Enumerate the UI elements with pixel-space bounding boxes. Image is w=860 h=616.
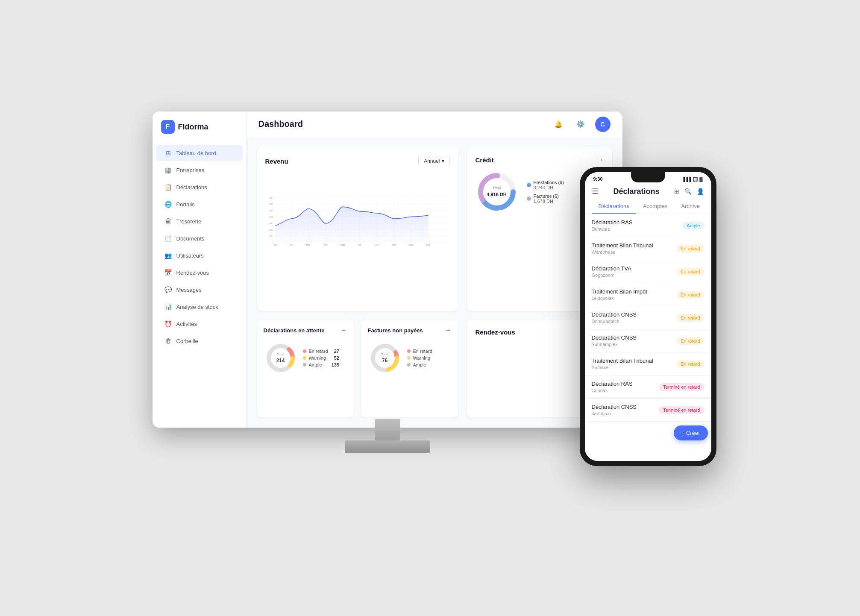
svg-text:600: 600 [269, 202, 273, 205]
item-title: Traitement Bilan Impôt [592, 288, 647, 295]
corbeille-icon: 🗑 [164, 337, 172, 345]
item-title: Déclaration RAS [592, 219, 633, 226]
battery-icon: ▓ [699, 177, 702, 182]
status-badge: Ample [682, 222, 704, 229]
list-item[interactable]: Traitement Bilan Tribunal Sumace En reta… [585, 352, 711, 375]
phone-tab-archive[interactable]: Archive [675, 199, 707, 214]
list-item[interactable]: Déclaration CNSS dambaco Terminé en reta… [585, 399, 711, 422]
sidebar: F Fidorma ⊞ Tableau de bord 🏢 Entreprise… [153, 111, 247, 428]
phone-search-icon[interactable]: 🔍 [684, 188, 692, 195]
list-item[interactable]: Déclaration TVA Gogozoom En retard [585, 260, 711, 283]
declarations-stat-arrow[interactable]: → [340, 326, 347, 334]
phone-profile-icon[interactable]: 👤 [697, 188, 704, 195]
page-title: Dashboard [258, 119, 551, 129]
phone-filter-icon[interactable]: ⊞ [674, 188, 679, 195]
credit-legend: Prestations (9) 3,240 DH Factures (6) [527, 180, 564, 204]
topbar: Dashboard 🔔 ⚙️ C [247, 111, 622, 137]
revenue-title: Revenu [265, 158, 288, 165]
credit-donut-label: Total 4,918 DH [487, 186, 506, 198]
tresorerie-icon: 🏛 [164, 217, 172, 225]
settings-button[interactable]: ⚙️ [573, 117, 588, 132]
status-badge: En retard [676, 337, 704, 345]
signal-icon: ▐▐▐ [682, 177, 691, 182]
factures-legend: En retard Warning Ample [407, 349, 432, 367]
sidebar-label-messages: Messages [176, 287, 202, 293]
svg-text:Sep: Sep [408, 243, 414, 246]
create-fab-button[interactable]: + Créer [674, 425, 708, 440]
item-info: Traitement Bilan Tribunal Warephase [592, 242, 653, 255]
svg-text:Jui: Jui [358, 243, 361, 246]
monitor-stand [345, 419, 430, 453]
enretard-value: 27 [331, 349, 339, 354]
declarations-stat-content: Total 214 En retard 27 [264, 341, 347, 375]
sidebar-label-tableau-de-bord: Tableau de bord [176, 150, 216, 156]
logo-text: Fidorma [178, 123, 208, 132]
factures-legend-enretard: En retard [407, 349, 432, 354]
sidebar-label-activites: Activités [176, 321, 197, 327]
list-item[interactable]: Traitement Bilan Tribunal Warephase En r… [585, 237, 711, 260]
sidebar-item-analyse-de-stock[interactable]: 📊 Analyse de stock [156, 299, 243, 315]
phone-list: Déclaration RAS Donware Ample Traitement… [585, 214, 711, 461]
sidebar-item-rendez-vous[interactable]: 📅 Rendez-vous [156, 264, 243, 281]
list-item[interactable]: Déclaration CNSS Donquadtech En retard [585, 306, 711, 329]
user-avatar[interactable]: C [595, 117, 611, 132]
sidebar-item-corbeille[interactable]: 🗑 Corbeille [156, 333, 243, 349]
chart-area: 700 600 500 400 300 200 100 0 [265, 173, 450, 267]
app: F Fidorma ⊞ Tableau de bord 🏢 Entreprise… [153, 111, 622, 428]
item-sub: Sunnamplex [592, 342, 637, 347]
factures-stat-arrow[interactable]: → [445, 326, 452, 334]
sidebar-label-portails: Portails [176, 201, 195, 208]
notifications-button[interactable]: 🔔 [551, 117, 566, 132]
status-badge: Terminé en retard [659, 383, 704, 391]
sidebar-label-documents: Documents [176, 235, 205, 242]
list-item[interactable]: Déclaration CNSS Sunnamplex En retard [585, 329, 711, 352]
sidebar-label-corbeille: Corbeille [176, 338, 198, 344]
portails-icon: 🌐 [164, 200, 172, 208]
monitor-screen: F Fidorma ⊞ Tableau de bord 🏢 Entreprise… [153, 111, 622, 428]
factures-warning-label: Warning [413, 355, 431, 361]
fab-label: + Créer [681, 430, 700, 436]
declarations-stat-title: Déclarations en attente [264, 327, 325, 334]
phone-tab-acomptes[interactable]: Acomptes [636, 199, 675, 214]
list-item[interactable]: Déclaration RAS Condax Terminé en retard [585, 375, 711, 399]
sidebar-item-messages[interactable]: 💬 Messages [156, 282, 243, 298]
revenue-chart-svg: 700 600 500 400 300 200 100 0 [265, 173, 450, 267]
sidebar-item-documents[interactable]: 📄 Documents [156, 230, 243, 246]
declarations-total-text: Total [276, 352, 285, 356]
credit-arrow[interactable]: → [597, 156, 604, 164]
status-badge: En retard [676, 291, 704, 299]
sidebar-item-declarations[interactable]: 📋 Déclarations [156, 179, 243, 195]
sidebar-item-portails[interactable]: 🌐 Portails [156, 196, 243, 212]
factures-legend-ample: Ample [407, 362, 432, 367]
item-info: Déclaration RAS Condax [592, 381, 633, 393]
sidebar-item-entreprises[interactable]: 🏢 Entreprises [156, 162, 243, 178]
phone-screen: 9:30 ▐▐▐ 🔲 ▓ ☰ Déclarations ⊞ 🔍 [585, 172, 711, 461]
svg-text:Avr: Avr [323, 243, 327, 246]
factures-amount: 1,678 DH [534, 199, 559, 204]
phone-tab-declarations[interactable]: Déclarations [592, 199, 636, 214]
declarations-stat-card: Déclarations en attente → [257, 320, 354, 417]
status-badge: En retard [676, 314, 704, 322]
logo-icon: F [161, 120, 175, 134]
period-selector[interactable]: Annuel ▾ [418, 156, 449, 166]
sidebar-item-tresorerie[interactable]: 🏛 Trésorerie [156, 213, 243, 229]
chevron-down-icon: ▾ [442, 158, 444, 164]
item-title: Traitement Bilan Tribunal [592, 358, 653, 364]
item-sub: Sumace [592, 365, 653, 370]
svg-text:Oct: Oct [426, 243, 430, 246]
list-item[interactable]: Déclaration RAS Donware Ample [585, 214, 711, 237]
phone-outer: 9:30 ▐▐▐ 🔲 ▓ ☰ Déclarations ⊞ 🔍 [580, 167, 716, 466]
factures-stat-title: Factures non payées [368, 327, 423, 334]
sidebar-item-tableau-de-bord[interactable]: ⊞ Tableau de bord [156, 145, 243, 161]
sidebar-item-activites[interactable]: ⏰ Activités [156, 316, 243, 332]
factures-ample-dot [407, 363, 411, 367]
phone-notch [631, 172, 665, 182]
phone-menu-icon[interactable]: ☰ [592, 187, 599, 196]
entreprises-icon: 🏢 [164, 166, 172, 174]
svg-text:100: 100 [269, 234, 273, 237]
activites-icon: ⏰ [164, 320, 172, 328]
factures-stat-card: Factures non payées → [361, 320, 458, 417]
list-item[interactable]: Traitement Bilan Impôt Lexiqvolax En ret… [585, 283, 711, 306]
sidebar-item-utilisateurs[interactable]: 👥 Utilisateurs [156, 247, 243, 264]
status-badge: Terminé en retard [659, 406, 704, 414]
